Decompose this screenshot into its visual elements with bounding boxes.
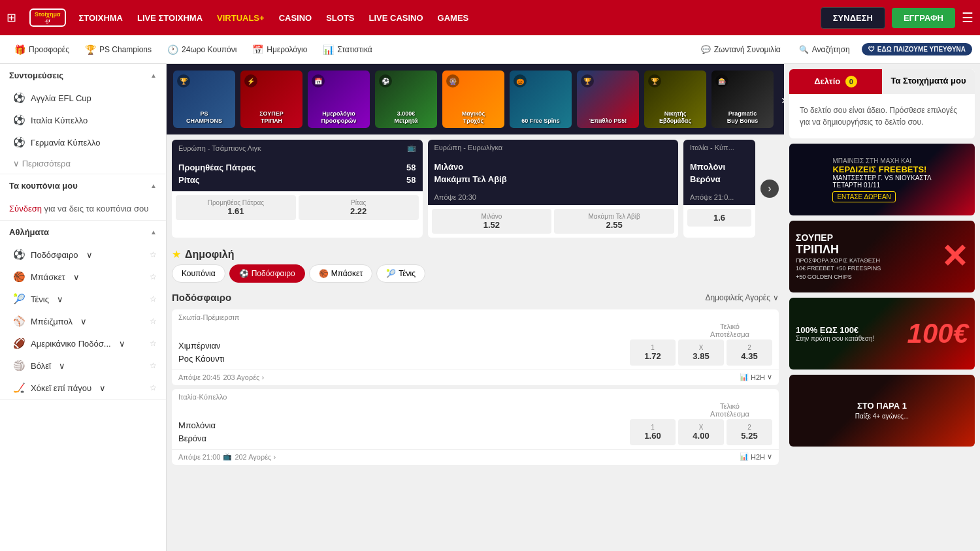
team1-name-3: Μπολόνι [690,162,725,172]
statistika-nav-item[interactable]: 📊 Στατιστικά [316,40,378,59]
sidebar-item-germania-kypello[interactable]: ⚽ Γερμανία Κύπελλο [0,131,166,153]
odd-cell-2-1[interactable]: 2 4.35 [727,339,772,366]
match-next-arrow[interactable]: › [760,180,779,198]
promo-card-label: PSCHAMPIONS [186,110,222,125]
soccer-icon: ⚽ [13,114,25,126]
secondary-navigation: 🎁 Προσφορές 🏆 PS Champions 🕐 24ωρο Κουπό… [0,35,980,64]
odd-btn-maccabi[interactable]: Μακάμπι Τελ Αβίβ 2.55 [554,209,674,234]
promo-card-label: 3.000€Μετρητά [394,110,417,125]
betslip-tab-deltio[interactable]: Δελτίο 0 [789,69,882,94]
register-button[interactable]: ΕΓΓΡΑΦΗ [892,8,955,28]
match-row-1: Σκωτία-Πρέμιερσιπ Τελικό Αποτέλεσμα Χιμπ… [172,309,779,385]
search-button[interactable]: 🔍 Αναζήτηση [792,41,857,58]
promo-card-ps5[interactable]: 🏆 Έπαθλο PS5! [577,71,639,128]
odd-cell-2-2[interactable]: 2 5.25 [727,419,772,445]
team1-name-2: Μιλάνο [434,162,464,172]
popular-markets-button[interactable]: Δημοφιλείς Αγορές ∨ [705,293,779,302]
sidebar-item-podosfairo[interactable]: ⚽ Ποδόσφαιρο ∨ ☆ [0,244,166,266]
markets-link-2[interactable]: 202 Αγορές › [235,453,276,461]
kouponi-nav-item[interactable]: 🕐 24ωρο Κουπόνι [161,40,243,59]
chat-button[interactable]: 💬 Ζωντανή Συνομιλία [694,41,787,58]
nav-slots[interactable]: SLOTS [326,13,354,23]
h2h-button-2[interactable]: 📊 H2H ∨ [740,452,772,461]
site-logo[interactable]: Sτοίχημα .gr [29,8,66,26]
promo-card-imerologio[interactable]: 📅 ΗμερολόγιοΠροσφορών [308,71,370,128]
promo-card-magic-wheel[interactable]: 🎡 ΜαγικόςΤροχός [442,71,504,128]
shortcuts-title: Συντομεύσεις [9,71,63,80]
amfoot-chevron: ∨ [119,339,125,349]
nav-virtuals[interactable]: VIRTUALS+ [217,13,265,23]
promo-card-pragmatic[interactable]: 🎰 PragmaticBuy Bonus [711,71,774,128]
tab-kouponia[interactable]: Κουπόνια [172,264,225,283]
sidebar-item-tenis[interactable]: 🎾 Τένις ∨ ☆ [0,288,166,310]
nav-stoixima[interactable]: ΣΤΟΙΧΗΜΑ [79,13,123,23]
sidebar-more-shortcuts[interactable]: ∨ Περισσότερα [0,153,166,174]
imerologio-nav-item[interactable]: 📅 Ημερολόγιο [246,40,314,59]
sidebar-item-american-football[interactable]: 🏈 Αμερικάνικο Ποδόσ... ∨ ☆ [0,332,166,354]
nav-live-casino[interactable]: LIVE CASINO [369,13,423,23]
shield-icon: 🛡 [868,46,875,53]
coupons-text: για να δεις τα κουπόνια σου [44,204,149,213]
h2h-button-1[interactable]: 📊 H2H ∨ [740,373,772,381]
promo-banner-para1[interactable]: ΣΤΟ ΠΑΡΑ 1Παίξε 4+ αγώνες... [789,375,975,447]
ps-champions-nav-item[interactable]: 🏆 PS Champions [78,40,158,59]
sidebar-item-italia-kypello[interactable]: ⚽ Ιταλία Κύπελλο [0,109,166,131]
login-button[interactable]: ΣΥΝΔΕΣΗ [821,7,885,29]
nav-live-stoixima[interactable]: LIVE ΣΤΟΙΧΗΜΑ [137,13,203,23]
promo-card-free-spins[interactable]: 🎃 60 Free Spins [510,71,572,128]
odd-cell-1-1[interactable]: 1 1.72 [630,339,676,366]
odd-btn-team1[interactable]: Προμηθέας Πάτρας 1.61 [176,195,296,220]
sidebar-item-mpeizbол[interactable]: ⚾ Μπέιζμπολ ∨ ☆ [0,310,166,332]
prosfores-nav-item[interactable]: 🎁 Προσφορές [8,40,76,59]
sidebar-item-volei[interactable]: 🏐 Βόλεϊ ∨ ☆ [0,354,166,377]
sidebar-item-efl[interactable]: ⚽ Αγγλία EFL Cup [0,87,166,109]
coupons-login-link[interactable]: Σύνδεση [9,204,42,213]
odd-btn-milan[interactable]: Μιλάνο 1.52 [432,209,552,234]
chat-label: Ζωντανή Συνομιλία [714,45,781,54]
markets-link-1[interactable]: 203 Αγορές › [223,373,264,381]
sport-name: Ποδόσφαιρο [172,292,231,303]
italia-kypello-label: Ιταλία Κύπελλο [31,116,88,125]
promo-banner-triple[interactable]: ΣΟΥΠΕΡ ΤΡΙΠΛΗ ΠΡΟΣΦΟΡΑ ΧΩΡΙΣ ΚΑΤΑΘΕΣΗ10€… [789,221,975,292]
sidebar-item-mpasket[interactable]: 🏀 Μπάσκετ ∨ ☆ [0,266,166,288]
promo-icon: 🎃 [514,74,527,87]
mpasket-label: Μπάσκετ [31,272,65,282]
tab-mpasket[interactable]: 🏀 Μπάσκετ [309,264,373,283]
odd-cell-1-2[interactable]: 1 1.60 [630,419,676,445]
promo-card-ps-champions[interactable]: 🏆 PSCHAMPIONS [173,71,235,128]
carousel-next-arrow[interactable]: › [779,92,784,107]
promo-card-label: ΣΟΥΠΕΡΤΡΙΠΛΗ [259,110,284,125]
nav-games[interactable]: GAMES [438,13,469,23]
shortcuts-chevron: ▲ [150,72,157,79]
grid-icon[interactable]: ⊞ [7,10,16,25]
odd-btn-team2[interactable]: Ρίτας 2.22 [299,195,419,220]
odd-cell-x-2[interactable]: Χ 4.00 [678,419,724,445]
hamburger-icon[interactable]: ☰ [962,10,973,25]
odd-cell-label-x-2: Χ [681,424,721,431]
mpeizbol-chevron: ∨ [80,317,87,326]
promo-card-metrita[interactable]: ⚽ 3.000€Μετρητά [375,71,437,128]
tab-podosfairo[interactable]: ⚽ Ποδόσφαιρο [229,264,305,283]
basketball-icon: 🏀 [13,271,25,283]
odd-btn-3[interactable]: 1.6 [687,209,751,227]
coupons-header[interactable]: Τα κουπόνια μου ▲ [0,174,166,197]
odd-cell-x-1[interactable]: Χ 3.85 [678,339,724,366]
betslip-tab-my-bets[interactable]: Τα Στοιχήματά μου [882,69,975,94]
shortcuts-header[interactable]: Συντομεύσεις ▲ [0,64,166,87]
promo-card-winner[interactable]: 🏆 ΝικητήςΕβδομάδας [644,71,706,128]
result-col-label: Τελικό Αποτέλεσμα [707,323,753,338]
sidebar-item-hockey[interactable]: 🏒 Χόκεϊ επί πάγου ∨ ☆ [0,377,166,399]
promo-card-super-triple[interactable]: ⚡ ΣΟΥΠΕΡΤΡΙΠΛΗ [240,71,302,128]
promo-banner-inner-4: ΣΤΟ ΠΑΡΑ 1Παίξε 4+ αγώνες... [789,375,975,447]
sports-header[interactable]: Αθλήματα ▲ [0,221,166,244]
tab-tenis[interactable]: 🎾 Τένις [376,264,425,283]
nav-casino[interactable]: CASINO [279,13,312,23]
match-odds-2: Μιλάνο 1.52 Μακάμπι Τελ Αβίβ 2.55 [428,205,679,238]
match-row-league-2: Ιταλία-Κύπελλο [172,389,779,402]
more-label: ∨ [13,159,22,168]
promo-banner-freebets[interactable]: ΜΠΑΙΝΕΙΣ ΣΤΗ ΜΑΧΗ ΚΑΙ ΚΕΡΔΙΖΕΙΣ FREEBETS… [789,144,975,215]
coupons-chevron: ▲ [150,182,157,189]
trophy-icon: 🏆 [85,44,96,55]
promo-banner-100[interactable]: 100% ΕΩΣ 100€ Στην πρώτη σου κατάθεση! 1… [789,298,975,370]
responsible-gambling-button[interactable]: 🛡 ΕΔΩ ΠΑΙΖΟΥΜΕ ΥΠΕΥΘΥΝΑ [862,43,972,55]
